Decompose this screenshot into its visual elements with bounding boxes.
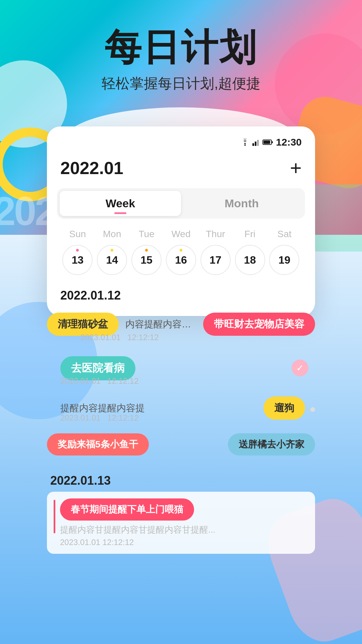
dot-13 bbox=[76, 249, 79, 252]
dates-row: 13 14 15 16 17 18 19 bbox=[57, 245, 305, 275]
signal-icon bbox=[252, 139, 260, 146]
tag-walk-dog[interactable]: 遛狗 bbox=[263, 396, 305, 420]
tag-send-cat[interactable]: 送胖橘去小齐家 bbox=[228, 433, 315, 455]
task-spring-subtitle: 提醒内容甘提醒内容甘提醒内容甘提醒... bbox=[60, 524, 308, 536]
dot-16 bbox=[180, 249, 182, 252]
date-16[interactable]: 16 bbox=[166, 245, 196, 275]
date-13[interactable]: 13 bbox=[62, 245, 93, 275]
task1-datetime: 2023.01.01 12:12:12 bbox=[80, 333, 159, 342]
calendar-tabs: Week Month bbox=[57, 188, 305, 219]
status-time: 12:30 bbox=[276, 137, 302, 148]
task3-datetime: 2023.01.01 12:12:12 bbox=[60, 413, 139, 423]
svg-rect-5 bbox=[263, 141, 270, 144]
svg-rect-6 bbox=[272, 141, 273, 143]
section-date-label: 2022.01.12 bbox=[57, 282, 305, 306]
task3-status-indicator bbox=[310, 407, 315, 412]
status-icons: 12:30 bbox=[240, 137, 302, 148]
dot-15 bbox=[145, 249, 148, 252]
tab-month[interactable]: Month bbox=[181, 191, 302, 216]
day-sun: Sun bbox=[62, 229, 93, 239]
svg-point-0 bbox=[244, 145, 246, 146]
tag-litter-box[interactable]: 清理猫砂盆 bbox=[47, 313, 119, 336]
date-14[interactable]: 14 bbox=[97, 245, 127, 275]
svg-rect-2 bbox=[255, 142, 256, 146]
date-18[interactable]: 18 bbox=[235, 245, 265, 275]
svg-rect-3 bbox=[257, 140, 259, 146]
days-of-week-header: Sun Mon Tue Wed Thur Fri Sat bbox=[57, 229, 305, 239]
task3-text: 提醒内容提醒内容提 bbox=[60, 402, 258, 415]
task-spring-tag-row: 春节期间提醒下单上门喂猫 bbox=[60, 498, 308, 521]
wifi-icon bbox=[240, 139, 250, 146]
day-tue: Tue bbox=[131, 229, 162, 239]
day-thur: Thur bbox=[200, 229, 231, 239]
status-bar: 12:30 bbox=[57, 137, 305, 151]
header-section: 每日计划 轻松掌握每日计划,超便捷 bbox=[0, 0, 362, 106]
day-wed: Wed bbox=[166, 229, 196, 239]
task2-datetime: 2023.01.01 12:12:12 bbox=[60, 376, 139, 386]
day-sat: Sat bbox=[269, 229, 299, 239]
task-bar-red bbox=[54, 500, 55, 533]
day-mon: Mon bbox=[97, 229, 127, 239]
date-15[interactable]: 15 bbox=[131, 245, 162, 275]
task-reminder-text: 内容提醒内容提醒内 bbox=[125, 318, 196, 331]
calendar-current-date: 2022.01 bbox=[60, 158, 123, 178]
tag-reward-fish[interactable]: 奖励来福5条小鱼干 bbox=[47, 433, 149, 455]
tab-week[interactable]: Week bbox=[60, 191, 181, 216]
tag-spring-main[interactable]: 春节期间提醒下单上门喂猫 bbox=[60, 498, 194, 521]
section-0113-label: 2022.01.13 bbox=[47, 474, 315, 488]
task-spring-content: 春节期间提醒下单上门喂猫 提醒内容甘提醒内容甘提醒内容甘提醒... 2023.0… bbox=[60, 498, 308, 547]
day-fri: Fri bbox=[235, 229, 265, 239]
app-title: 每日计划 bbox=[20, 27, 342, 67]
battery-icon bbox=[262, 139, 273, 145]
task-spring-datetime: 2023.01.01 12:12:12 bbox=[60, 538, 308, 547]
app-subtitle: 轻松掌握每日计划,超便捷 bbox=[20, 74, 342, 93]
calendar-header: 2022.01 + bbox=[57, 151, 305, 188]
date-17[interactable]: 17 bbox=[200, 245, 231, 275]
floating-tags-area: 清理猫砂盆 内容提醒内容提醒内 带旺财去宠物店美容 2023.01.01 12:… bbox=[47, 309, 315, 464]
svg-rect-1 bbox=[252, 143, 254, 146]
dot-14 bbox=[111, 249, 113, 252]
section-0113: 2022.01.13 春节期间提醒下单上门喂猫 提醒内容甘提醒内容甘提醒内容甘提… bbox=[47, 467, 315, 557]
task2-check[interactable]: ✓ bbox=[292, 360, 308, 376]
add-task-button[interactable]: + bbox=[290, 158, 302, 178]
date-19[interactable]: 19 bbox=[269, 245, 299, 275]
tag-pet-beauty[interactable]: 带旺财去宠物店美容 bbox=[203, 313, 315, 336]
calendar-card: 12:30 2022.01 + Week Month Sun Mon Tue W… bbox=[47, 126, 315, 316]
task-spring-festival: 春节期间提醒下单上门喂猫 提醒内容甘提醒内容甘提醒内容甘提醒... 2023.0… bbox=[47, 492, 315, 554]
